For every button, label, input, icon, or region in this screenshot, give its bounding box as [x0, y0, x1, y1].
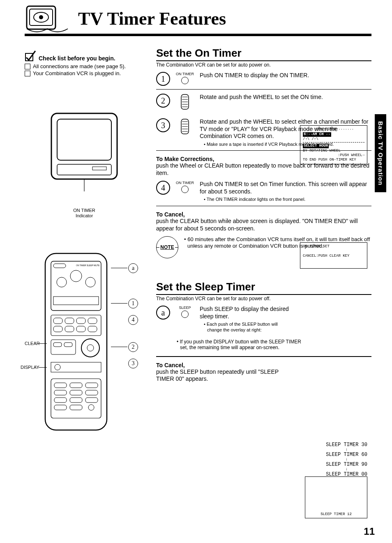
- svg-point-16: [85, 277, 95, 287]
- svg-point-33: [55, 364, 60, 370]
- on-cancel-head: To Cancel,: [156, 211, 371, 218]
- page-title: TV Timer Features: [78, 8, 226, 29]
- remote-figure: ON TIMER SLEEP MUTE: [25, 251, 144, 440]
- step-2-icon: 2: [156, 94, 170, 108]
- svg-rect-36: [70, 383, 82, 388]
- checklist-item: All connections are made (see page 5).: [33, 63, 126, 69]
- note-icon: NOTE: [156, 236, 178, 258]
- remote-callout-2: 2: [128, 342, 138, 352]
- svg-rect-22: [88, 318, 97, 324]
- wheel-icon: [176, 118, 194, 136]
- step-a-icon: a: [156, 306, 170, 320]
- svg-rect-25: [76, 326, 85, 332]
- corrections-text: push the Wheel or CLEAR button repeatedl…: [156, 162, 371, 177]
- step-1-icon: 1: [156, 72, 170, 86]
- checkmark-icon: [25, 50, 36, 62]
- svg-rect-19: [53, 318, 62, 324]
- remote-callout-4: 4: [128, 315, 138, 325]
- svg-rect-5: [51, 113, 117, 179]
- svg-point-15: [57, 277, 67, 287]
- svg-point-14: [70, 270, 82, 282]
- sleep-cancel-head: To Cancel,: [156, 362, 371, 368]
- wheel-icon: [176, 94, 194, 111]
- svg-rect-12: [53, 264, 66, 268]
- sleep-timer-heading: Set the Sleep Timer: [156, 281, 371, 295]
- on-timer-sub: The Combination VCR can be set for auto …: [156, 62, 371, 68]
- svg-rect-28: [53, 343, 62, 347]
- checklist-item: Your Combination VCR is plugged in.: [33, 70, 121, 76]
- svg-point-31: [87, 345, 94, 351]
- svg-rect-27: [51, 340, 76, 354]
- svg-point-3: [39, 15, 43, 19]
- svg-rect-21: [76, 318, 85, 324]
- svg-rect-37: [85, 383, 98, 388]
- svg-rect-32: [51, 362, 101, 372]
- remote-callout-3: 3: [128, 359, 138, 368]
- svg-rect-24: [65, 326, 74, 332]
- step-a-bullet2: • If you push the DISPLAY button with th…: [177, 339, 303, 350]
- step-4-text: Push ON TIMER to set On Timer function. …: [200, 181, 367, 195]
- svg-rect-6: [57, 119, 111, 160]
- svg-point-30: [81, 339, 99, 357]
- osd-on-timer-setup: ·····↑/ON TIMER ······· 6:--AM CH -- /↑\…: [300, 125, 367, 164]
- remote-label-clear: CLEAR: [25, 341, 40, 346]
- svg-rect-44: [54, 405, 67, 410]
- remote-callout-a: a: [128, 263, 138, 273]
- remote-label-display: DISPLAY: [21, 365, 39, 370]
- svg-text:ON TIMER SLEEP MUTE: ON TIMER SLEEP MUTE: [76, 264, 100, 267]
- svg-rect-43: [85, 398, 98, 403]
- sleep-button-icon: SLEEP: [176, 306, 194, 318]
- svg-rect-23: [53, 326, 62, 332]
- tv-caption-line2: Indicator: [76, 213, 93, 218]
- svg-rect-45: [70, 405, 82, 410]
- svg-rect-7: [57, 164, 111, 175]
- on-timer-button-icon: ON TIMER: [176, 181, 194, 193]
- sleep-timer-list: SLEEP TIMER 30↓ SLEEP TIMER 60↓ SLEEP TI…: [326, 441, 367, 478]
- svg-rect-29: [64, 343, 72, 347]
- section-tab: Basic TV Operation: [375, 114, 386, 192]
- svg-rect-34: [51, 379, 101, 418]
- osd-on-timer-set: ON TIMER SET CANCEL:PUSH CLEAR KEY: [300, 242, 367, 269]
- on-timer-button-icon: ON TIMER: [176, 72, 194, 84]
- svg-rect-38: [54, 390, 67, 395]
- checkbox-icon: [25, 64, 30, 69]
- svg-rect-41: [54, 398, 67, 403]
- page-number: 11: [364, 526, 375, 537]
- tv-eye-icon: [25, 4, 70, 33]
- step-2-text: Rotate and push the WHEEL to set the ON …: [200, 94, 371, 101]
- remote-callout-1: 1: [128, 299, 138, 308]
- tv-figure: ON TIMER Indicator: [25, 109, 144, 219]
- checklist-heading: Check list before you begin.: [39, 55, 115, 62]
- svg-point-46: [88, 405, 94, 410]
- svg-rect-17: [53, 297, 99, 305]
- step-4-bullet: • The ON TIMER indicator lights on the f…: [204, 197, 371, 202]
- step-4-icon: 4: [156, 181, 170, 195]
- checkbox-icon: [25, 71, 30, 76]
- svg-rect-40: [85, 390, 98, 395]
- svg-rect-10: [45, 253, 107, 430]
- on-cancel-text: push the CLEAR button while above screen…: [156, 218, 371, 232]
- checklist: Check list before you begin. All connect…: [25, 50, 144, 76]
- title-row: TV Timer Features: [25, 4, 371, 36]
- svg-rect-39: [70, 390, 82, 395]
- step-3-icon: 3: [156, 118, 170, 132]
- sleep-cancel-text: push the SLEEP button repeatedly until "…: [156, 368, 279, 383]
- svg-rect-20: [65, 318, 74, 324]
- svg-rect-26: [88, 326, 97, 332]
- step-1-text: Push ON TIMER to display the ON TIMER.: [200, 72, 371, 79]
- on-timer-heading: Set the On Timer: [156, 47, 371, 61]
- sleep-timer-sub: The Combination VCR can be set for auto …: [156, 296, 371, 301]
- step-a-text: Push SLEEP to display the desired sleep …: [200, 306, 289, 320]
- svg-rect-42: [70, 398, 82, 403]
- osd-sleep-remaining: SLEEP TIMER 12: [305, 476, 367, 518]
- svg-rect-8: [92, 167, 106, 170]
- tv-caption-line1: ON TIMER: [73, 208, 95, 213]
- step-a-bullet1: • Each push of the SLEEP button will cha…: [204, 322, 290, 333]
- svg-rect-35: [54, 383, 67, 388]
